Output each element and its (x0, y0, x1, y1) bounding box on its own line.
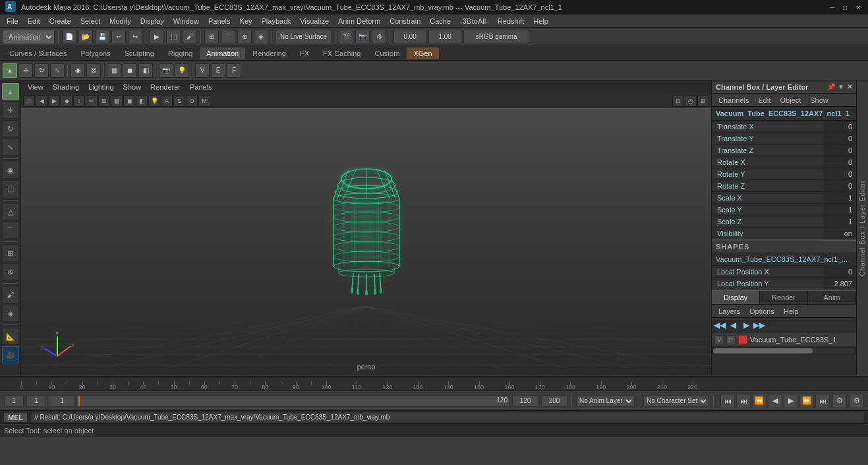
vp-shaded-btn[interactable]: ◼ (123, 95, 135, 107)
current-frame-input[interactable] (26, 395, 46, 407)
vp-grid-btn[interactable]: ⊞ (98, 95, 110, 107)
no-anim-layer-select[interactable]: No Anim Layer (576, 395, 635, 407)
lasso-tool-left[interactable]: ⬚ (2, 180, 19, 197)
measure-left[interactable]: 📐 (2, 328, 19, 345)
select-button[interactable]: ▶ (150, 30, 164, 44)
layers-next-btn[interactable]: ▶▶ (753, 319, 765, 331)
close-button[interactable]: ✕ (854, 3, 863, 12)
animation-mode-dropdown[interactable]: Animation (3, 30, 55, 44)
menu-item-playback[interactable]: Playback (258, 16, 295, 26)
menu-item--3dtoall-[interactable]: -3DtoAll- (456, 16, 492, 26)
menu-item-select[interactable]: Select (76, 16, 105, 26)
rotate-tool-button[interactable]: ↻ (34, 63, 49, 78)
cb-pin-icon[interactable]: 📌 (827, 83, 835, 90)
cb-object-menu[interactable]: Object (776, 95, 805, 106)
layers-prev-single[interactable]: ◀ (727, 319, 739, 331)
sculpt-left[interactable]: ◈ (2, 305, 19, 322)
frame-start-input[interactable] (4, 395, 24, 407)
playback-prev-frame[interactable]: ⏪ (752, 394, 767, 408)
cb-scrollbar[interactable] (712, 347, 856, 355)
soft-select-left[interactable]: ◉ (2, 162, 19, 179)
playback-play[interactable]: ▶ (784, 394, 798, 408)
scrollbar-thumb[interactable] (713, 348, 813, 354)
scale-tool-left[interactable]: ⤡ (2, 139, 19, 156)
display-tab[interactable]: Display (712, 291, 760, 304)
menu-item-cache[interactable]: Cache (426, 16, 455, 26)
cb-channels-menu[interactable]: Channels (714, 95, 753, 106)
layer-color-swatch[interactable] (738, 335, 747, 344)
tab-custom[interactable]: Custom (368, 47, 407, 59)
channel-value-translate-z[interactable]: 0 (823, 144, 856, 156)
vp-menu-shading[interactable]: Shading (49, 82, 83, 92)
vp-key-btn[interactable]: ◆ (61, 95, 72, 107)
channel-value-rotate-x[interactable]: 0 (823, 156, 856, 168)
channel-value-visibility[interactable]: on (823, 228, 856, 239)
vp-next-frame[interactable]: ▶ (48, 95, 60, 107)
new-scene-button[interactable]: 📄 (62, 30, 76, 44)
undo-button[interactable]: ↩ (111, 30, 126, 44)
scale-tool-button[interactable]: ⤡ (50, 63, 65, 78)
tab-xgen[interactable]: XGen (407, 47, 438, 59)
textured-button[interactable]: ◧ (138, 63, 153, 78)
curve-tool-left[interactable]: ⌒ (2, 222, 19, 239)
cb-edit-menu[interactable]: Edit (754, 95, 774, 106)
tab-fx-caching[interactable]: FX Caching (316, 47, 367, 59)
select-tool-button[interactable]: ▲ (3, 63, 17, 78)
channel-value-translate-y[interactable]: 0 (823, 133, 856, 144)
soft-select-button[interactable]: ◉ (71, 63, 85, 78)
save-scene-button[interactable]: 💾 (95, 30, 109, 44)
channel-value-translate-x[interactable]: 0 (823, 121, 856, 132)
component-mode-v[interactable]: V (195, 63, 210, 78)
component-mode-e[interactable]: E (211, 63, 225, 78)
vp-prev-frame[interactable]: ◀ (36, 95, 47, 107)
render-current-button[interactable]: 🎬 (339, 30, 353, 44)
range-end-input[interactable] (512, 395, 538, 407)
anim-prefs-btn[interactable]: ⚙ (850, 394, 864, 408)
playback-step-back-key[interactable]: ⏭ (736, 394, 751, 408)
scrollbar-track[interactable] (713, 348, 855, 354)
playback-go-start[interactable]: ⏮ (720, 394, 735, 408)
select-tool-left[interactable]: ▲ (2, 83, 19, 100)
vp-aa-btn[interactable]: A (161, 95, 173, 107)
playback-back[interactable]: ◀ (768, 394, 782, 408)
paint-button[interactable]: 🖌 (183, 30, 197, 44)
render-tab[interactable]: Render (760, 291, 808, 304)
menu-item-window[interactable]: Window (169, 16, 203, 26)
snap-grid-button[interactable]: ⊞ (204, 30, 219, 44)
menu-item-create[interactable]: Create (45, 16, 75, 26)
frame-indicator-input[interactable] (49, 395, 75, 407)
vp-sel-btn[interactable]: ↕ (73, 95, 85, 107)
cb-collapse-icon[interactable]: ▼ (838, 83, 844, 90)
layers-prev-btn[interactable]: ◀◀ (714, 319, 726, 331)
layers-menu[interactable]: Layers (714, 306, 744, 317)
snap-point-button[interactable]: ⊕ (237, 30, 252, 44)
vp-motion-blur-btn[interactable]: M (198, 95, 210, 107)
wireframe-button[interactable]: ▦ (107, 63, 121, 78)
render-settings-button[interactable]: ⚙ (372, 30, 386, 44)
channel-value-scale-y[interactable]: 1 (823, 204, 856, 215)
layer-playback-p[interactable]: P (726, 335, 736, 344)
tab-sculpting[interactable]: Sculpting (118, 47, 161, 59)
playback-go-end[interactable]: ⏭ (815, 394, 830, 408)
lasso-button[interactable]: ⬚ (166, 30, 181, 44)
anim-tab[interactable]: Anim (808, 291, 856, 304)
gamma-dropdown[interactable]: sRGB gamma (463, 30, 529, 44)
tab-animation[interactable]: Animation (200, 47, 245, 59)
snap-point-left[interactable]: ⊕ (2, 263, 19, 280)
menu-item-panels[interactable]: Panels (204, 16, 235, 26)
menu-item-visualize[interactable]: Visualize (296, 16, 333, 26)
tab-rigging[interactable]: Rigging (161, 47, 199, 59)
local-pos-x-value[interactable]: 0 (823, 266, 856, 277)
menu-item-help[interactable]: Help (529, 16, 552, 26)
channel-value-rotate-z[interactable]: 0 (823, 180, 856, 191)
vp-camera-btn[interactable]: 🎥 (23, 95, 35, 107)
char-settings-btn[interactable]: ⚙ (832, 394, 847, 408)
menu-item-file[interactable]: File (3, 16, 22, 26)
range-max-input[interactable] (541, 395, 567, 407)
menu-item-key[interactable]: Key (236, 16, 256, 26)
help-menu[interactable]: Help (780, 306, 803, 317)
tab-rendering[interactable]: Rendering (246, 47, 293, 59)
playback-next-frame[interactable]: ⏩ (799, 394, 814, 408)
vp-paint-btn[interactable]: ✏ (86, 95, 98, 107)
layers-add-btn[interactable]: ▶ (740, 319, 752, 331)
